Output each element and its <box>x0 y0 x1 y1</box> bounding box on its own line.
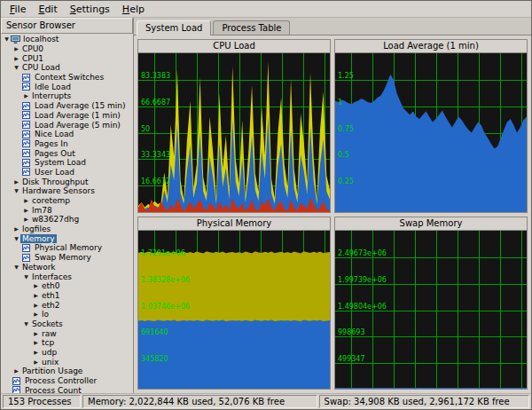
ksysguard-window: File Edit Settings Help Sensor Browser ▼… <box>0 0 532 410</box>
tree-item-label: coretemp <box>30 196 72 205</box>
menu-file[interactable]: File <box>4 3 32 16</box>
tree-item-interrupts[interactable]: ▶Interrupts <box>1 91 133 101</box>
tree-item-user-load[interactable]: User Load <box>1 168 133 177</box>
menu-settings[interactable]: Settings <box>64 3 116 16</box>
tree-item-label: eth2 <box>40 301 62 310</box>
expand-arrow-icon[interactable]: ▶ <box>22 215 30 224</box>
tab-system-load[interactable]: System Load <box>137 20 211 35</box>
tree-item-tcp[interactable]: ▶tcp <box>1 338 133 348</box>
expand-arrow-icon[interactable]: ▶ <box>32 329 40 338</box>
tree-item-logfiles[interactable]: ▶logfiles <box>1 225 133 234</box>
tree-item-process-controller[interactable]: Process Controller <box>1 376 133 386</box>
tree-item-label: CPU0 <box>20 44 45 53</box>
tab-process-table[interactable]: Process Table <box>213 20 290 35</box>
menu-help[interactable]: Help <box>116 3 151 16</box>
menu-edit[interactable]: Edit <box>32 3 63 16</box>
expand-arrow-icon[interactable]: ▶ <box>12 225 20 233</box>
tree-item-pages-out[interactable]: Pages Out <box>1 148 133 158</box>
tree-item-network[interactable]: ▼Network <box>1 263 133 272</box>
tree-item-raw[interactable]: ▶raw <box>1 328 133 338</box>
cpu-load-title: CPU Load <box>138 40 330 53</box>
tick-label: 1.49804e+06 <box>338 303 387 311</box>
tree-item-label: Swap Memory <box>33 253 93 262</box>
sensor-browser-header[interactable]: Sensor Browser <box>1 18 133 34</box>
expand-arrow-icon[interactable]: ▶ <box>32 291 40 300</box>
tree-item-cpu-load[interactable]: ▼CPU Load <box>1 63 133 73</box>
sensor-icon <box>22 102 33 110</box>
tree-item-load-average-1-min[interactable]: Load Average (1 min) <box>1 111 133 121</box>
collapse-arrow-icon[interactable]: ▼ <box>3 35 11 43</box>
tree-item-memory[interactable]: ▼Memory <box>1 233 133 243</box>
collapse-arrow-icon[interactable]: ▼ <box>12 234 20 243</box>
tree-item-hardware-sensors[interactable]: ▼Hardware Sensors <box>1 186 133 196</box>
tree-item-sockets[interactable]: ▼Sockets <box>1 319 133 329</box>
load-average-chart[interactable]: 1.2510.750.50.25 <box>335 53 527 212</box>
expand-arrow-icon[interactable]: ▶ <box>32 358 40 367</box>
tree-item-label: Nice Load <box>33 130 75 138</box>
tree-item-localhost[interactable]: ▼localhost <box>1 35 133 44</box>
tick-label: 83.3383 <box>141 72 170 80</box>
tree-item-physical-memory[interactable]: Physical Memory <box>1 243 133 253</box>
tree-item-w83627dhg[interactable]: ▶w83627dhg <box>1 215 133 225</box>
tree-item-process-count[interactable]: Process Count <box>1 385 133 393</box>
tree-item-label: Network <box>20 263 58 272</box>
expand-arrow-icon[interactable]: ▶ <box>12 367 20 375</box>
collapse-arrow-icon[interactable]: ▼ <box>12 63 20 72</box>
tick-label: 1.03746e+06 <box>141 303 190 311</box>
cpu-load-chart[interactable]: 83.338366.66875033.334316.6672 <box>138 53 330 212</box>
tree-item-partition-usage[interactable]: ▶Partition Usage <box>1 367 133 376</box>
expand-arrow-icon[interactable]: ▶ <box>32 301 40 310</box>
expand-arrow-icon[interactable]: ▶ <box>32 281 40 290</box>
expand-arrow-icon[interactable]: ▶ <box>32 348 40 357</box>
tree-item-swap-memory[interactable]: Swap Memory <box>1 253 133 263</box>
expand-arrow-icon[interactable]: ▶ <box>22 206 30 215</box>
tree-item-pages-in[interactable]: Pages In <box>1 139 133 149</box>
tree-item-eth2[interactable]: ▶eth2 <box>1 300 133 310</box>
tree-item-eth1[interactable]: ▶eth1 <box>1 291 133 301</box>
sensor-icon <box>12 386 23 393</box>
tick-label: 691640 <box>141 328 168 336</box>
collapse-arrow-icon[interactable]: ▼ <box>22 272 30 281</box>
collapse-arrow-icon[interactable]: ▼ <box>22 319 30 328</box>
tree-item-label: Interrupts <box>30 91 73 100</box>
expand-arrow-icon[interactable]: ▶ <box>32 338 40 347</box>
worksheet-area: System Load Process Table CPU Load 83.33… <box>134 18 531 393</box>
tree-item-interfaces[interactable]: ▼Interfaces <box>1 272 133 281</box>
tree-item-unix[interactable]: ▶unix <box>1 357 133 367</box>
expand-arrow-icon[interactable]: ▶ <box>22 91 30 100</box>
tree-item-cpu0[interactable]: ▶CPU0 <box>1 44 133 54</box>
expand-arrow-icon[interactable]: ▶ <box>12 177 20 186</box>
tree-item-label: CPU Load <box>20 63 62 72</box>
tree-item-nice-load[interactable]: Nice Load <box>1 130 133 139</box>
collapse-arrow-icon[interactable]: ▼ <box>12 263 20 272</box>
tree-item-lm78[interactable]: ▶lm78 <box>1 205 133 215</box>
collapse-arrow-icon[interactable]: ▼ <box>12 186 20 195</box>
physical-memory-chart[interactable]: 1.7291e+061.38328e+061.03746e+0669164034… <box>138 231 330 390</box>
worksheet-tabbar: System Load Process Table <box>134 18 531 35</box>
expand-arrow-icon[interactable]: ▶ <box>22 196 30 205</box>
tree-item-context-switches[interactable]: Context Switches <box>1 73 133 83</box>
tree-item-load-average-5-min[interactable]: Load Average (5 min) <box>1 120 133 130</box>
tree-item-label: Load Average (15 min) <box>33 101 128 110</box>
tree-item-coretemp[interactable]: ▶coretemp <box>1 196 133 206</box>
tree-item-eth0[interactable]: ▶eth0 <box>1 281 133 291</box>
sensor-icon <box>22 168 33 176</box>
tree-item-idle-load[interactable]: Idle Load <box>1 82 133 91</box>
expand-arrow-icon[interactable]: ▶ <box>12 54 20 63</box>
tree-item-udp[interactable]: ▶udp <box>1 348 133 358</box>
tree-item-label: raw <box>40 329 59 338</box>
swap-memory-chart[interactable]: 2.49673e+061.99739e+061.49804e+069986934… <box>335 231 527 390</box>
tree-item-label: w83627dhg <box>30 215 81 224</box>
tree-item-label: logfiles <box>20 225 52 233</box>
expand-arrow-icon[interactable]: ▶ <box>32 310 40 319</box>
tree-item-system-load[interactable]: System Load <box>1 158 133 168</box>
sensor-icon <box>22 74 33 82</box>
tree-item-lo[interactable]: ▶lo <box>1 310 133 319</box>
tree-item-label: Load Average (5 min) <box>33 121 122 130</box>
tree-item-cpu1[interactable]: ▶CPU1 <box>1 53 133 63</box>
expand-arrow-icon[interactable]: ▶ <box>12 44 20 53</box>
tree-item-label: Load Average (1 min) <box>33 111 122 120</box>
tree-item-disk-throughput[interactable]: ▶Disk Throughput <box>1 177 133 186</box>
panel-load-average: Load Average (1 min) 1.2510.750.50.25 <box>334 39 528 213</box>
tree-item-load-average-15-min[interactable]: Load Average (15 min) <box>1 101 133 111</box>
